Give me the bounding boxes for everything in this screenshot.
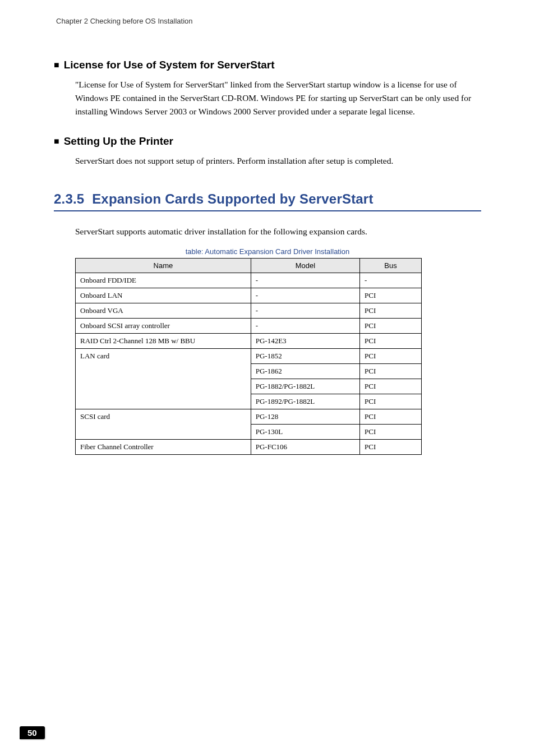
table-row: Onboard LAN-PCI (76, 288, 422, 303)
table-row: SCSI cardPG-128PCI (76, 409, 422, 425)
table-cell-bus: PCI (360, 409, 422, 425)
table-cell-name: Fiber Channel Controller (76, 440, 251, 455)
table-cell-model: PG-FC106 (251, 440, 359, 455)
square-marker-icon: ■ (54, 137, 59, 146)
table-row: Onboard SCSI array controller-PCI (76, 319, 422, 334)
table-row: Fiber Channel ControllerPG-FC106PCI (76, 440, 422, 455)
table-caption: table: Automatic Expansion Card Driver I… (54, 247, 481, 256)
table-cell-bus: PCI (360, 425, 422, 440)
section-printer-body: ServerStart does not support setup of pr… (75, 154, 476, 168)
section-expansion-intro: ServerStart supports automatic driver in… (75, 225, 476, 238)
section-license: ■ License for Use of System for ServerSt… (54, 59, 481, 118)
table-cell-bus: PCI (360, 288, 422, 303)
table-cell-bus: PCI (360, 319, 422, 334)
section-expansion-title: Expansion Cards Supported by ServerStart (92, 191, 373, 206)
table-cell-name: LAN card (76, 349, 251, 409)
section-printer: ■ Setting Up the Printer ServerStart doe… (54, 135, 481, 168)
section-expansion: 2.3.5 Expansion Cards Supported by Serve… (54, 191, 481, 455)
section-license-title: License for Use of System for ServerStar… (64, 59, 275, 71)
chapter-header: Chapter 2 Checking before OS Installatio… (56, 17, 481, 25)
table-cell-model: PG-1892/PG-1882L (251, 394, 359, 409)
table-cell-name: SCSI card (76, 409, 251, 440)
section-license-title-row: ■ License for Use of System for ServerSt… (54, 59, 481, 71)
table-cell-bus: PCI (360, 379, 422, 394)
section-printer-title-row: ■ Setting Up the Printer (54, 135, 481, 147)
section-license-body: "License for Use of System for ServerSta… (75, 78, 476, 118)
table-cell-model: PG-142E3 (251, 334, 359, 349)
table-cell-name: Onboard SCSI array controller (76, 319, 251, 334)
table-cell-bus: PCI (360, 303, 422, 319)
section-expansion-number: 2.3.5 (54, 191, 84, 206)
table-cell-model: - (251, 288, 359, 303)
table-cell-name: Onboard FDD/IDE (76, 273, 251, 288)
table-row: Onboard FDD/IDE-- (76, 273, 422, 288)
table-cell-model: PG-1852 (251, 349, 359, 364)
table-cell-model: PG-1862 (251, 364, 359, 379)
table-cell-bus: - (360, 273, 422, 288)
table-cell-model: - (251, 319, 359, 334)
table-cell-model: PG-128 (251, 409, 359, 425)
table-cell-name: RAID Ctrl 2-Channel 128 MB w/ BBU (76, 334, 251, 349)
table-header-name: Name (76, 259, 251, 273)
table-cell-bus: PCI (360, 334, 422, 349)
table-cell-bus: PCI (360, 364, 422, 379)
table-cell-model: - (251, 303, 359, 319)
expansion-card-table: Name Model Bus Onboard FDD/IDE--Onboard … (75, 258, 422, 455)
table-cell-model: PG-130L (251, 425, 359, 440)
table-cell-bus: PCI (360, 440, 422, 455)
square-marker-icon: ■ (54, 61, 59, 70)
table-cell-name: Onboard LAN (76, 288, 251, 303)
table-row: LAN cardPG-1852PCI (76, 349, 422, 364)
table-header-model: Model (251, 259, 359, 273)
table-row: Onboard VGA-PCI (76, 303, 422, 319)
table-header-row: Name Model Bus (76, 259, 422, 273)
table-cell-model: PG-1882/PG-1882L (251, 379, 359, 394)
table-header-bus: Bus (360, 259, 422, 273)
table-cell-name: Onboard VGA (76, 303, 251, 319)
heading-rule (54, 210, 481, 211)
section-printer-title: Setting Up the Printer (64, 135, 173, 147)
table-cell-bus: PCI (360, 394, 422, 409)
page-number-badge: 50 (20, 726, 45, 739)
table-cell-model: - (251, 273, 359, 288)
table-row: RAID Ctrl 2-Channel 128 MB w/ BBUPG-142E… (76, 334, 422, 349)
section-expansion-heading: 2.3.5 Expansion Cards Supported by Serve… (54, 191, 481, 207)
table-cell-bus: PCI (360, 349, 422, 364)
